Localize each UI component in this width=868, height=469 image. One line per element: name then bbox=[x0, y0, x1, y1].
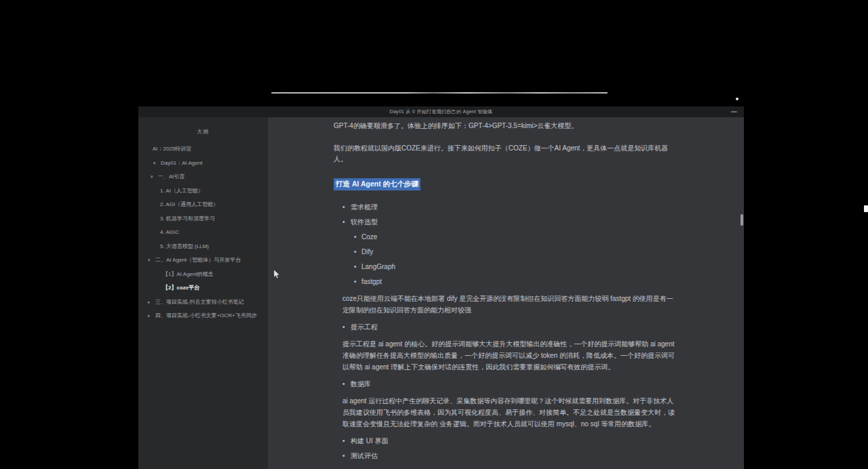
sidebar-item-label: 二、AI Agent（智能体）与开发平台 bbox=[155, 256, 241, 264]
video-frame-background: Day01 从 0 开始打造我们自己的 Agent 智能体 大纲 AI：2025… bbox=[0, 0, 868, 469]
list-item-test-evaluation: 测试评估 bbox=[334, 452, 682, 460]
sidebar-item-agent-platforms[interactable]: ▾ 二、AI Agent（智能体）与开发平台 bbox=[138, 256, 268, 264]
sidebar-item-label: 【1】AI Agent的概念 bbox=[163, 270, 214, 279]
sidebar-item-ml-dl[interactable]: 3. 机器学习和深度学习 bbox=[138, 215, 268, 223]
list-item-label: 提示工程 bbox=[351, 323, 378, 331]
mouse-cursor-icon bbox=[273, 270, 280, 282]
list-item-label: 需求梳理 bbox=[351, 203, 378, 211]
window-top-edge-line bbox=[271, 92, 608, 94]
outline-title: 大纲 bbox=[138, 128, 268, 136]
collapse-arrow-icon[interactable]: ▸ bbox=[148, 298, 151, 306]
list-item-requirements: 需求梳理 bbox=[334, 203, 682, 211]
list-item-label: 测试评估 bbox=[351, 452, 378, 460]
sidebar-item-label: AI：2025特训营 bbox=[153, 145, 191, 153]
note-software-comparison: coze只能使用云端不能在本地部署 dify 是完全开源的没有限制但在知识回答方… bbox=[342, 293, 679, 316]
sidebar-item-label: 一、AI引言 bbox=[158, 173, 185, 181]
sidebar-item-coze-platform[interactable]: 【2】coze平台 bbox=[138, 284, 268, 292]
sidebar-item-ai-intro[interactable]: ▾ 一、AI引言 bbox=[138, 173, 268, 181]
paragraph-coze-tutorial: 我们的教程就以国内版COZE来进行。接下来如何用扣子（COZE）做一个AI Ag… bbox=[334, 143, 673, 165]
sidebar-item-label: 四、项目实战-小红书文案+OCR+飞书同步 bbox=[155, 312, 257, 320]
outline-sidebar: 大纲 AI：2025特训营 ▾ Day01：AI Agent ▾ 一、AI引言 … bbox=[138, 117, 268, 469]
sidebar-item-label: 1. AI（人工智能） bbox=[160, 187, 203, 195]
collapse-arrow-icon[interactable]: ▾ bbox=[153, 159, 156, 167]
sidebar-item-project-ocr[interactable]: ▸ 四、项目实战-小红书文案+OCR+飞书同步 bbox=[138, 312, 268, 320]
minimize-icon[interactable] bbox=[731, 111, 737, 113]
list-item-build-ui: 构建 UI 界面 bbox=[334, 437, 682, 445]
highlighted-heading-seven-steps: 打造 AI Agent 的七个步骤 bbox=[334, 178, 420, 190]
collapse-arrow-icon[interactable]: ▾ bbox=[151, 173, 153, 181]
collapse-arrow-icon[interactable]: ▸ bbox=[148, 312, 151, 320]
screen-edge-mark bbox=[864, 205, 868, 212]
list-item-fastgpt: fastgpt bbox=[334, 278, 682, 286]
sidebar-item-label: 4. AIGC bbox=[160, 228, 179, 237]
sidebar-item-day01[interactable]: ▾ Day01：AI Agent bbox=[138, 159, 268, 167]
sidebar-item-llm[interactable]: 5. 大语言模型 (LLM) bbox=[138, 243, 268, 251]
list-item-label: LangGraph bbox=[361, 263, 395, 270]
collapse-arrow-icon[interactable]: ▾ bbox=[148, 256, 151, 264]
vertical-scrollbar-thumb[interactable] bbox=[741, 214, 743, 226]
sidebar-item-label: 5. 大语言模型 (LLM) bbox=[160, 243, 209, 251]
list-item-label: 构建 UI 界面 bbox=[351, 437, 389, 445]
sidebar-item-aigc[interactable]: 4. AIGC bbox=[138, 228, 268, 237]
sidebar-item-label: 3. 机器学习和深度学习 bbox=[160, 215, 215, 223]
list-item-prompt-engineering: 提示工程 bbox=[334, 323, 682, 331]
list-item-database: 数据库 bbox=[334, 380, 682, 388]
list-item-label: Coze bbox=[361, 233, 377, 241]
list-item-label: fastgpt bbox=[361, 278, 382, 285]
sidebar-item-project-douyin[interactable]: ▸ 三、项目实战-抖音文案转小红书笔记 bbox=[138, 298, 268, 306]
sidebar-item-label: 【2】coze平台 bbox=[163, 284, 199, 292]
list-item-software-selection: 软件选型 bbox=[334, 218, 682, 226]
paragraph-gpt-ranking: GPT-4的确要顺滑多了。体验上的排序如下：GPT-4>GPT-3.5=kimi… bbox=[334, 121, 673, 131]
sidebar-item-ai-bootcamp[interactable]: AI：2025特训营 bbox=[138, 145, 268, 153]
window-title: Day01 从 0 开始打造我们自己的 Agent 智能体 bbox=[390, 108, 493, 115]
sidebar-item-ai[interactable]: 1. AI（人工智能） bbox=[138, 187, 268, 195]
small-dot bbox=[736, 98, 738, 100]
list-item-label: Dify bbox=[361, 248, 373, 256]
note-prompt-engineering: 提示工程是 ai agent 的核心。好的提示词能够大大提升大模型输出的准确性，… bbox=[342, 338, 679, 373]
list-item-langgraph: LangGraph bbox=[334, 263, 682, 271]
sidebar-item-agent-concept[interactable]: 【1】AI Agent的概念 bbox=[138, 270, 268, 279]
sidebar-item-agi[interactable]: 2. AGI（通用人工智能） bbox=[138, 201, 268, 209]
sidebar-item-label: 三、项目实战-抖音文案转小红书笔记 bbox=[155, 298, 244, 306]
list-item-label: 数据库 bbox=[351, 380, 371, 388]
list-item-coze: Coze bbox=[334, 233, 682, 241]
document-app-window: Day01 从 0 开始打造我们自己的 Agent 智能体 大纲 AI：2025… bbox=[138, 106, 744, 469]
document-content-pane[interactable]: GPT-4的确要顺滑多了。体验上的排序如下：GPT-4>GPT-3.5=kimi… bbox=[268, 117, 744, 469]
sidebar-item-label: Day01：AI Agent bbox=[161, 159, 202, 167]
window-titlebar: Day01 从 0 开始打造我们自己的 Agent 智能体 bbox=[138, 106, 744, 117]
sidebar-item-label: 2. AGI（通用人工智能） bbox=[160, 201, 218, 209]
list-item-dify: Dify bbox=[334, 248, 682, 256]
list-item-label: 软件选型 bbox=[351, 218, 378, 226]
note-database: ai agent 运行过程中产生的聊天记录、采集数据等内容存到哪里呢？这个时候就… bbox=[342, 395, 679, 430]
